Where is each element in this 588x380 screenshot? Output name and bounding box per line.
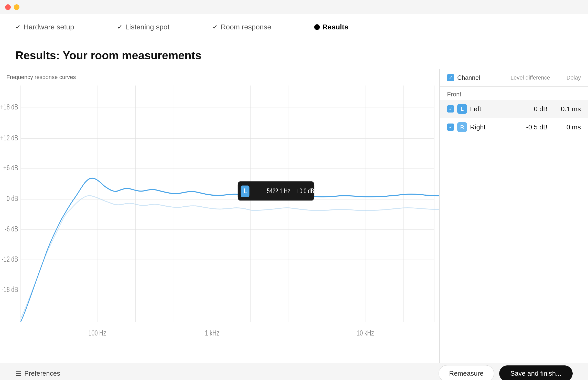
left-delay: 0.1 ms — [550, 105, 581, 113]
right-channel-badge: R — [457, 122, 467, 132]
step-divider-2 — [176, 27, 206, 27]
step-hardware-setup[interactable]: ✓ Hardware setup — [15, 23, 74, 31]
panel-header: ✓ Channel Level difference Delay — [440, 69, 588, 87]
right-delay: 0 ms — [550, 123, 581, 131]
footer: ☰ Preferences Remeasure Save and finish.… — [0, 363, 588, 380]
right-channel-checkbox[interactable]: ✓ — [447, 124, 454, 131]
main-content: Frequency response curves +18 dB +12 dB … — [0, 69, 588, 363]
svg-text:-12 dB: -12 dB — [2, 254, 18, 263]
svg-text:5422.1 Hz: 5422.1 Hz — [267, 187, 290, 195]
preferences-button[interactable]: ☰ Preferences — [15, 370, 60, 377]
svg-text:0 dB: 0 dB — [7, 194, 18, 203]
channel-all-checkbox[interactable]: ✓ — [447, 74, 454, 81]
level-difference-column-label: Level difference — [494, 74, 550, 81]
step-room-label: Room response — [221, 23, 271, 31]
svg-text:+12 dB: +12 dB — [0, 133, 18, 142]
svg-text:10 kHz: 10 kHz — [357, 329, 374, 337]
channel-column-label: Channel — [457, 74, 480, 81]
delay-column-label: Delay — [550, 74, 581, 81]
minimize-button[interactable] — [14, 4, 19, 10]
left-channel-row: ✓ L Left 0 dB 0.1 ms — [440, 100, 588, 118]
step-hardware-label: Hardware setup — [24, 23, 74, 31]
titlebar — [0, 0, 588, 14]
step-results[interactable]: Results — [314, 23, 348, 31]
svg-text:+18 dB: +18 dB — [0, 103, 18, 111]
step-listening-spot[interactable]: ✓ Listening spot — [117, 23, 170, 31]
chart-svg-container: +18 dB +12 dB +6 dB 0 dB -6 dB -12 dB -1… — [0, 82, 439, 363]
svg-text:-18 dB: -18 dB — [2, 285, 18, 294]
right-level-difference: -0.5 dB — [494, 123, 550, 131]
step-active-dot — [314, 24, 320, 30]
svg-text:L: L — [244, 187, 247, 195]
svg-text:+0.0 dB: +0.0 dB — [297, 187, 314, 195]
footer-buttons: Remeasure Save and finish... — [439, 365, 573, 380]
left-level-difference: 0 dB — [494, 105, 550, 113]
step-check-icon: ✓ — [15, 23, 21, 31]
left-channel-checkbox[interactable]: ✓ — [447, 105, 454, 113]
svg-text:1 kHz: 1 kHz — [205, 329, 219, 337]
preferences-icon: ☰ — [15, 370, 21, 377]
frequency-chart: +18 dB +12 dB +6 dB 0 dB -6 dB -12 dB -1… — [0, 82, 439, 363]
svg-text:100 Hz: 100 Hz — [88, 329, 106, 337]
right-channel-info: ✓ R Right — [447, 122, 494, 132]
save-finish-button[interactable]: Save and finish... — [499, 365, 573, 380]
step-room-response[interactable]: ✓ Room response — [212, 23, 271, 31]
left-channel-info: ✓ L Left — [447, 104, 494, 114]
step-check-icon-2: ✓ — [117, 23, 123, 31]
chart-area: Frequency response curves +18 dB +12 dB … — [0, 69, 440, 363]
preferences-label: Preferences — [24, 370, 60, 377]
left-channel-name: Left — [470, 105, 481, 113]
panel-header-channel-group: ✓ Channel — [447, 74, 494, 81]
right-channel-row: ✓ R Right -0.5 dB 0 ms — [440, 118, 588, 136]
svg-text:-6 dB: -6 dB — [5, 225, 18, 233]
svg-text:+6 dB: +6 dB — [3, 163, 18, 172]
page-title: Results: Your room measurements — [0, 40, 588, 69]
step-group: ✓ Hardware setup ✓ Listening spot ✓ Room… — [15, 23, 348, 31]
front-section-title: Front — [440, 87, 588, 100]
step-listening-label: Listening spot — [125, 23, 170, 31]
step-divider-3 — [277, 27, 308, 27]
step-divider-1 — [80, 27, 111, 27]
left-channel-badge: L — [457, 104, 467, 114]
right-channel-name: Right — [470, 123, 486, 131]
step-results-label: Results — [322, 23, 348, 31]
remeasure-button[interactable]: Remeasure — [439, 365, 494, 380]
close-button[interactable] — [5, 4, 11, 10]
step-check-icon-3: ✓ — [212, 23, 218, 31]
right-panel: ✓ Channel Level difference Delay Front ✓… — [440, 69, 588, 363]
step-navigation: ✓ Hardware setup ✓ Listening spot ✓ Room… — [0, 14, 588, 40]
chart-title: Frequency response curves — [0, 69, 439, 81]
